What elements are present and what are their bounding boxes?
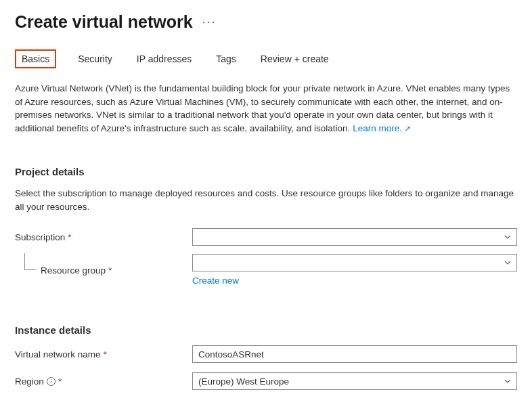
chevron-down-icon	[504, 378, 511, 385]
intro-text: Azure Virtual Network (VNet) is the fund…	[15, 82, 517, 135]
instance-details-title: Instance details	[15, 324, 517, 336]
tab-tags[interactable]: Tags	[213, 49, 239, 68]
intro-body: Azure Virtual Network (VNet) is the fund…	[15, 83, 510, 133]
tabs: Basics Security IP addresses Tags Review…	[15, 49, 517, 68]
resource-group-row: Resource group * Create new	[15, 254, 517, 286]
vnet-name-row: Virtual network name *	[15, 345, 517, 363]
vnet-name-label: Virtual network name *	[15, 349, 192, 359]
vnet-name-input[interactable]	[192, 345, 517, 363]
required-indicator: *	[58, 376, 62, 387]
required-indicator: *	[108, 265, 112, 276]
tab-security[interactable]: Security	[75, 49, 115, 68]
resource-group-select[interactable]	[192, 254, 517, 271]
region-select[interactable]: (Europe) West Europe	[192, 372, 517, 390]
page-header: Create virtual network ···	[15, 12, 517, 32]
subscription-row: Subscription *	[15, 228, 517, 246]
required-indicator: *	[68, 232, 71, 242]
tab-basics[interactable]: Basics	[15, 49, 56, 68]
chevron-down-icon	[504, 259, 511, 266]
tab-ip-addresses[interactable]: IP addresses	[134, 49, 194, 68]
region-label: Region i *	[15, 376, 192, 387]
project-details-desc: Select the subscription to manage deploy…	[15, 187, 517, 213]
region-value: (Europe) West Europe	[198, 376, 289, 387]
project-details-title: Project details	[15, 166, 517, 177]
subscription-label: Subscription *	[15, 232, 192, 242]
more-actions-button[interactable]: ···	[202, 15, 217, 29]
create-new-link[interactable]: Create new	[192, 276, 239, 286]
subscription-select[interactable]	[192, 228, 517, 246]
external-link-icon: ↗	[404, 124, 411, 133]
tab-review-create[interactable]: Review + create	[258, 49, 332, 68]
page-title: Create virtual network	[15, 12, 193, 32]
chevron-down-icon	[504, 234, 511, 240]
resource-group-label: Resource group *	[15, 265, 192, 276]
required-indicator: *	[104, 349, 107, 359]
info-icon[interactable]: i	[47, 377, 56, 386]
region-row: Region i * (Europe) West Europe	[15, 372, 517, 390]
learn-more-link[interactable]: Learn more.↗	[353, 123, 411, 133]
